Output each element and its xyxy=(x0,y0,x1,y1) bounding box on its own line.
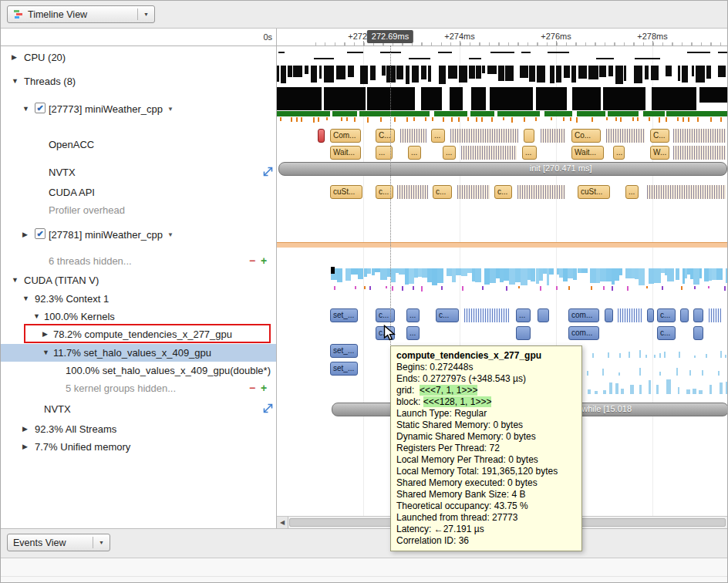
timeline-event-cluster[interactable] xyxy=(461,146,517,160)
timeline-event[interactable]: c... xyxy=(376,308,395,322)
timeline-event[interactable]: c... xyxy=(436,308,459,322)
timeline-event[interactable]: ... xyxy=(522,146,537,160)
collapse-icon[interactable]: ▼ xyxy=(42,349,49,357)
collapse-icon[interactable]: ▼ xyxy=(22,295,29,303)
chevron-down-icon[interactable]: ▼ xyxy=(167,106,174,113)
expand-icon[interactable]: ▶ xyxy=(22,231,28,239)
timeline-event[interactable]: cuSt... xyxy=(578,185,610,199)
timeline-event[interactable]: set_... xyxy=(330,362,358,376)
collapse-icon[interactable]: ▼ xyxy=(12,77,19,86)
expand-row-icon[interactable] xyxy=(263,167,273,179)
expand-icon[interactable]: ▶ xyxy=(42,330,48,339)
expand-icon[interactable]: ▶ xyxy=(22,425,28,433)
stream-activity-bar xyxy=(409,268,414,284)
timeline-event[interactable]: ... xyxy=(431,129,445,143)
tree-row-cpu-20[interactable]: ▶CPU (20) xyxy=(1,49,276,66)
timeline-event-cluster[interactable] xyxy=(464,308,509,322)
timeline-event[interactable]: Co... xyxy=(571,129,601,143)
timeline-event[interactable]: c... xyxy=(433,185,452,199)
tree-row-7-7-unified-memory[interactable]: ▶7.7% Unified memory xyxy=(1,438,276,456)
timeline-event[interactable]: ... xyxy=(408,146,421,160)
expand-row-icon[interactable] xyxy=(263,403,273,416)
chevron-down-icon[interactable]: ▼ xyxy=(167,231,174,238)
timeline-event[interactable]: Com... xyxy=(330,129,361,143)
openacc-error-event[interactable] xyxy=(318,129,325,143)
collapse-icon[interactable]: ▼ xyxy=(33,312,40,321)
timeline-event-cluster[interactable] xyxy=(397,185,428,199)
timeline-view-dropdown[interactable]: Timeline View ▼ xyxy=(7,5,155,23)
tree-row-92-3-all-streams[interactable]: ▶92.3% All Streams xyxy=(1,420,276,438)
timeline-event-small[interactable] xyxy=(516,326,531,340)
timeline-event-cluster[interactable] xyxy=(618,308,642,322)
tree-row-6-threads-hidden[interactable]: 6 threads hidden...−+ xyxy=(1,252,276,270)
timeline-event[interactable]: C... xyxy=(376,129,395,143)
timeline-event-cluster[interactable] xyxy=(541,129,565,143)
timeline-event-cluster[interactable] xyxy=(709,308,721,322)
timeline-event-small[interactable] xyxy=(693,308,703,322)
tree-row-100-0-set-halo-values-x-409-gpu-double[interactable]: 100.0% set_halo_values_x_409_gpu(double*… xyxy=(1,362,276,379)
tree-row-cuda-api[interactable]: CUDA API xyxy=(1,184,276,201)
timeline-event[interactable]: cuSt... xyxy=(330,185,362,199)
tree-row-11-7-set-halo-values-x-409-gpu[interactable]: ▼11.7% set_halo_values_x_409_gpu xyxy=(1,344,276,362)
show-row-icon[interactable]: + xyxy=(261,255,267,267)
thread-activity-band[interactable] xyxy=(277,242,728,248)
timeline-event-small[interactable] xyxy=(647,308,654,322)
tree-row-5-kernel-groups-hidden[interactable]: 5 kernel groups hidden...−+ xyxy=(1,379,276,397)
thread-cpu-bar xyxy=(718,66,726,77)
tree-row-openacc[interactable]: OpenACC xyxy=(1,136,276,153)
timeline-event-small[interactable] xyxy=(538,308,549,322)
timeline-event-small[interactable] xyxy=(605,308,613,322)
collapse-icon[interactable]: ▼ xyxy=(12,276,19,285)
tree-row-threads-8[interactable]: ▼Threads (8) xyxy=(1,72,276,90)
checkbox[interactable]: ✔ xyxy=(35,228,46,239)
timeline-event-cluster[interactable] xyxy=(673,129,726,143)
timeline-event[interactable]: Wait... xyxy=(571,146,604,160)
timeline-event-cluster[interactable] xyxy=(457,185,490,199)
tree-row-nvtx[interactable]: NVTX xyxy=(1,400,276,418)
scroll-left-button[interactable]: ◀ xyxy=(277,517,288,528)
events-view-dropdown[interactable]: Events View ▼ xyxy=(7,534,110,551)
timeline-event-small[interactable] xyxy=(693,326,703,340)
timeline-event[interactable]: ... xyxy=(406,326,420,340)
timeline-event[interactable]: C... xyxy=(650,129,669,143)
timeline-event[interactable]: ... xyxy=(516,308,531,322)
tree-row-nvtx[interactable]: NVTX xyxy=(1,163,276,181)
timeline-event[interactable]: set_... xyxy=(330,308,358,322)
timeline-event-cluster[interactable] xyxy=(673,146,726,160)
timeline-event-cluster[interactable] xyxy=(450,129,518,143)
tree-row-27781-miniweather-cpp[interactable]: ▶✔[27781] miniWeather_cpp▼ xyxy=(1,226,276,244)
timeline-event[interactable]: c... xyxy=(494,185,512,199)
timeline-event[interactable]: set_... xyxy=(330,344,358,358)
timeline-ruler[interactable]: +272ms +274ms +276ms +278ms 272.69ms xyxy=(277,29,728,45)
timeline-event-cluster[interactable] xyxy=(647,185,726,199)
tree-row-92-3-context-1[interactable]: ▼92.3% Context 1 xyxy=(1,290,276,308)
timeline-event[interactable]: com... xyxy=(568,308,599,322)
timeline-event[interactable]: ... xyxy=(613,146,625,160)
timeline-event[interactable]: com... xyxy=(568,326,599,340)
show-row-icon[interactable]: + xyxy=(261,382,267,394)
timeline-event-cluster[interactable] xyxy=(400,129,426,143)
timeline-event-small[interactable] xyxy=(680,308,689,322)
hide-row-icon[interactable]: − xyxy=(249,382,255,394)
tree-row-78-2-compute-tendencies-x-277-gpu[interactable]: ▶78.2% compute_tendencies_x_277_gpu xyxy=(1,325,276,343)
expand-icon[interactable]: ▶ xyxy=(12,53,17,62)
expand-icon[interactable]: ▶ xyxy=(22,443,28,451)
hide-row-icon[interactable]: − xyxy=(249,255,255,267)
timeline-event[interactable]: c... xyxy=(657,308,676,322)
tree-row-100-0-kernels[interactable]: ▼100.0% Kernels xyxy=(1,308,276,325)
timeline-event[interactable]: c... xyxy=(657,326,676,340)
timeline-event[interactable]: ... xyxy=(406,308,420,322)
collapse-icon[interactable]: ▼ xyxy=(22,105,29,113)
checkbox[interactable]: ✔ xyxy=(35,103,46,113)
timeline-event-cluster[interactable] xyxy=(517,185,565,199)
nvtx-range-init[interactable]: init [270.471 ms] xyxy=(278,162,727,176)
timeline-event[interactable]: W... xyxy=(650,146,669,160)
timeline-event-cluster[interactable] xyxy=(606,129,645,143)
timeline-event[interactable]: ... xyxy=(443,146,456,160)
timeline-event[interactable]: Wait... xyxy=(330,146,361,160)
tree-row-cuda-titan-v[interactable]: ▼CUDA (TITAN V) xyxy=(1,271,276,289)
timeline-event[interactable]: ... xyxy=(625,185,639,199)
tree-row-27773-miniweather-cpp[interactable]: ▼✔[27773] miniWeather_cpp▼ xyxy=(1,100,276,118)
timeline-event-small[interactable] xyxy=(524,129,534,143)
tree-row-profiler-overhead[interactable]: Profiler overhead xyxy=(1,201,276,219)
